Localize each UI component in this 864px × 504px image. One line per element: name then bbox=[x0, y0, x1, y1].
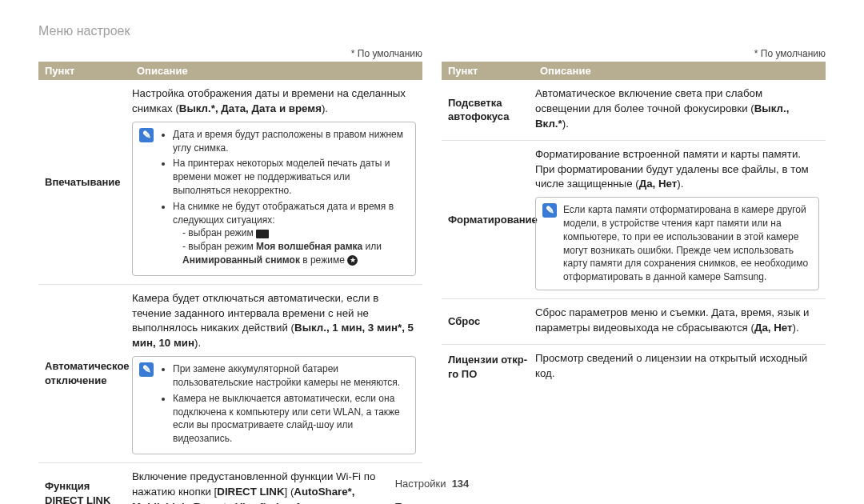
table-header: Пункт Описание bbox=[38, 62, 422, 80]
right-column: * По умолчанию Пункт Описание Подсветка … bbox=[442, 48, 826, 504]
row-desc: Просмотр сведений о лицензии на открытый… bbox=[534, 345, 826, 390]
footer-page: 134 bbox=[452, 478, 470, 490]
note-text: или bbox=[362, 241, 382, 252]
th-item: Пункт bbox=[38, 62, 130, 80]
desc-text: ). bbox=[793, 322, 799, 334]
note-box: ✎ Дата и время будут расположены в право… bbox=[132, 122, 416, 276]
note-box: ✎ При замене аккумуляторной батареи поль… bbox=[132, 356, 416, 454]
note-bullet: На снимке не будут отображаться дата и в… bbox=[173, 200, 409, 267]
info-icon: ✎ bbox=[139, 362, 154, 377]
default-note-right: * По умолчанию bbox=[442, 48, 826, 59]
note-text: На снимке не будут отображаться дата и в… bbox=[173, 201, 394, 226]
note-text: Если карта памяти отформатирована в каме… bbox=[563, 203, 812, 284]
th-desc: Описание bbox=[534, 62, 826, 80]
table-row: Впечатывание Настройка отображения даты … bbox=[38, 80, 422, 284]
desc-text: ). bbox=[562, 118, 569, 130]
note-bullet: Дата и время будут расположены в правом … bbox=[173, 128, 409, 155]
table-row: Форматирование Форматирование встроенной… bbox=[442, 140, 826, 298]
note-bullet: На принтерах некоторых моделей печать да… bbox=[173, 157, 409, 197]
table-row: Автоматическое отключение Камера будет о… bbox=[38, 284, 422, 462]
row-label: Впечатывание bbox=[38, 80, 130, 284]
desc-text: ). bbox=[194, 337, 201, 349]
row-desc: Настройка отображения даты и времени на … bbox=[130, 80, 422, 284]
row-label: Подсветка автофокуса bbox=[442, 80, 534, 140]
note-text: в режиме bbox=[300, 254, 347, 266]
note-text: При замене аккумуляторной батареи пользо… bbox=[160, 362, 409, 448]
note-bullet: Камера не выключается автоматически, есл… bbox=[173, 392, 409, 446]
row-label: Сброс bbox=[442, 299, 534, 344]
mode-icon bbox=[256, 230, 269, 238]
th-item: Пункт bbox=[442, 62, 534, 80]
default-note-left: * По умолчанию bbox=[38, 48, 422, 59]
left-column: * По умолчанию Пункт Описание Впечатыван… bbox=[38, 48, 422, 504]
info-icon: ✎ bbox=[139, 128, 154, 142]
row-label: Автоматическое отключение bbox=[38, 285, 130, 462]
note-bold: Анимированный снимок bbox=[182, 254, 300, 266]
row-desc: Сброс параметров меню и съемки. Дата, вр… bbox=[534, 299, 826, 344]
desc-text: Автоматическое включение света при слабо… bbox=[535, 87, 762, 114]
row-label: Лицензии откр-го ПО bbox=[442, 345, 534, 390]
note-text: Дата и время будут расположены в правом … bbox=[160, 128, 409, 270]
note-sub: выбран режим Моя волшебная рамка или Ани… bbox=[182, 240, 409, 267]
desc-text: ). bbox=[677, 178, 683, 190]
desc-bold: Выкл.*, Дата, Дата и время bbox=[179, 102, 322, 114]
note-text: выбран режим bbox=[188, 227, 256, 238]
desc-text: Просмотр сведений о лицензии на открытый… bbox=[535, 352, 807, 379]
table-header: Пункт Описание bbox=[442, 62, 826, 80]
note-sub: выбран режим bbox=[182, 226, 409, 240]
row-label: Форматирование bbox=[442, 141, 534, 298]
star-icon: ★ bbox=[347, 255, 358, 266]
desc-bold: Да, Нет bbox=[754, 322, 793, 334]
info-icon: ✎ bbox=[542, 203, 557, 218]
page-title: Меню настроек bbox=[38, 24, 826, 38]
desc-text: ). bbox=[322, 102, 328, 114]
th-desc: Описание bbox=[130, 62, 422, 80]
table-row: Подсветка автофокуса Автоматическое вклю… bbox=[442, 80, 826, 140]
page-footer: Настройки 134 bbox=[0, 478, 864, 490]
note-text: выбран режим bbox=[188, 241, 256, 252]
footer-section: Настройки bbox=[395, 478, 446, 490]
desc-bold: Да, Нет bbox=[639, 178, 678, 190]
table-row: Лицензии откр-го ПО Просмотр сведений о … bbox=[442, 344, 826, 390]
note-bullet: При замене аккумуляторной батареи пользо… bbox=[173, 362, 409, 390]
row-desc: Камера будет отключаться автоматически, … bbox=[130, 285, 422, 462]
row-desc: Форматирование встроенной памяти и карты… bbox=[534, 141, 826, 298]
table-row: Сброс Сброс параметров меню и съемки. Да… bbox=[442, 298, 826, 344]
row-desc: Автоматическое включение света при слабо… bbox=[534, 80, 826, 140]
note-bold: Моя волшебная рамка bbox=[256, 241, 362, 252]
note-box: ✎ Если карта памяти отформатирована в ка… bbox=[535, 197, 819, 290]
